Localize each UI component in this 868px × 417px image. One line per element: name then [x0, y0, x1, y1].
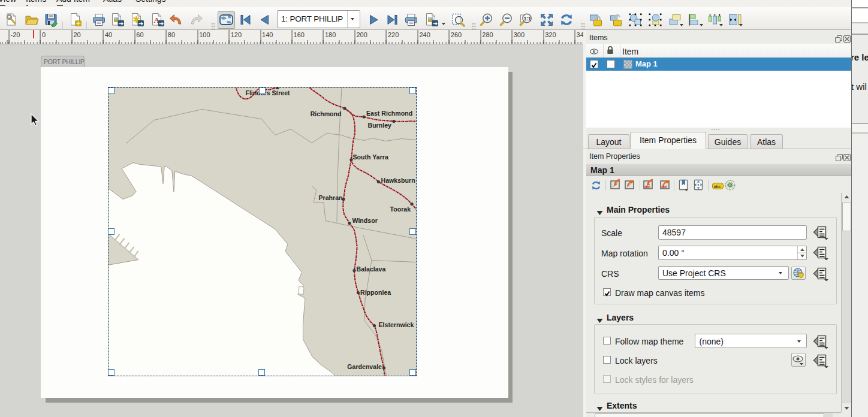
svg-text:1:23: 1:23	[645, 186, 650, 189]
svg-text:abc: abc	[714, 185, 721, 189]
svg-text:1:1: 1:1	[524, 16, 532, 22]
